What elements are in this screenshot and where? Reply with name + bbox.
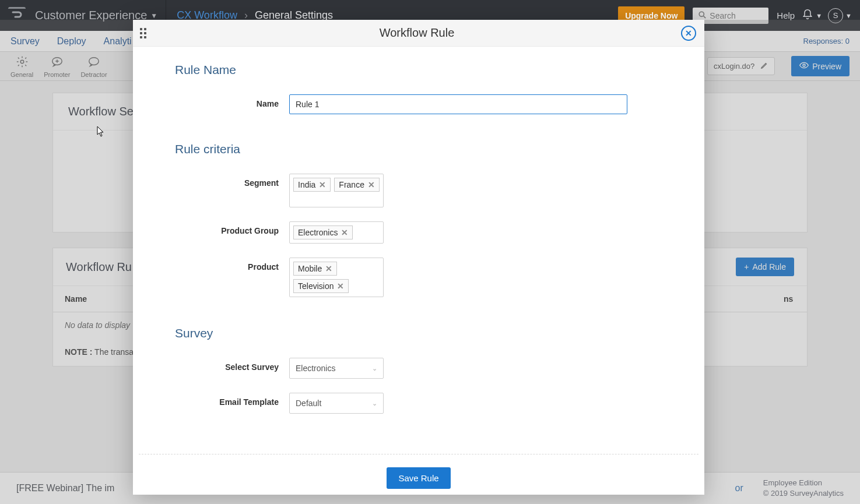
modal-footer: Save Rule <box>139 454 698 495</box>
tag-product-mobile: Mobile ✕ <box>293 262 337 276</box>
remove-tag-icon[interactable]: ✕ <box>319 180 326 189</box>
tag-label: Electronics <box>298 228 338 237</box>
search-placeholder: Search <box>710 11 735 20</box>
tag-segment-france: France ✕ <box>334 178 380 192</box>
product-group-tagbox[interactable]: Electronics ✕ <box>289 221 384 244</box>
caret-down-icon: ▼ <box>845 12 852 19</box>
tag-label: France <box>339 180 364 189</box>
tag-product-television: Television ✕ <box>293 279 349 293</box>
select-survey-value: Electronics <box>296 364 335 373</box>
cursor-icon <box>97 126 105 138</box>
svg-point-0 <box>700 12 704 16</box>
modal-body: Rule Name Name Rule criteria Segment Ind… <box>133 47 704 454</box>
segment-tagbox[interactable]: India ✕ France ✕ <box>289 174 384 207</box>
modal-header: Workflow Rule ✕ <box>133 20 704 47</box>
tag-label: Television <box>298 281 334 291</box>
tag-label: India <box>298 180 315 189</box>
email-template-value: Default <box>296 399 321 408</box>
chevron-down-icon: ⌄ <box>372 400 377 407</box>
label-segment: Segment <box>175 174 289 188</box>
section-survey: Survey <box>175 326 662 340</box>
tag-product-group-electronics: Electronics ✕ <box>293 225 353 239</box>
drag-handle-icon[interactable] <box>133 28 153 38</box>
label-name: Name <box>175 94 289 108</box>
product-tagbox[interactable]: Mobile ✕ Television ✕ <box>289 258 384 297</box>
email-template-dropdown[interactable]: Default ⌄ <box>289 393 384 414</box>
section-rule-name: Rule Name <box>175 63 662 77</box>
modal-title: Workflow Rule <box>153 26 681 40</box>
chevron-down-icon: ⌄ <box>372 365 377 372</box>
svg-line-1 <box>704 16 706 18</box>
help-link[interactable]: Help <box>777 10 795 20</box>
search-icon <box>698 11 706 20</box>
label-email-template: Email Template <box>175 393 289 407</box>
label-product: Product <box>175 258 289 272</box>
caret-down-icon: ▼ <box>816 12 822 19</box>
remove-tag-icon[interactable]: ✕ <box>341 228 348 237</box>
label-product-group: Product Group <box>175 221 289 235</box>
caret-down-icon: ▼ <box>150 12 157 20</box>
close-button[interactable]: ✕ <box>681 26 696 41</box>
rule-name-input[interactable] <box>289 94 627 114</box>
tag-segment-india: India ✕ <box>293 178 331 192</box>
section-rule-criteria: Rule criteria <box>175 142 662 156</box>
save-rule-button[interactable]: Save Rule <box>387 467 450 489</box>
tag-label: Mobile <box>298 264 322 273</box>
select-survey-dropdown[interactable]: Electronics ⌄ <box>289 358 384 379</box>
label-select-survey: Select Survey <box>175 358 289 372</box>
remove-tag-icon[interactable]: ✕ <box>325 264 332 273</box>
close-icon: ✕ <box>685 29 692 38</box>
remove-tag-icon[interactable]: ✕ <box>368 180 375 189</box>
remove-tag-icon[interactable]: ✕ <box>337 281 344 291</box>
workflow-rule-modal: Workflow Rule ✕ Rule Name Name Rule crit… <box>133 20 704 495</box>
